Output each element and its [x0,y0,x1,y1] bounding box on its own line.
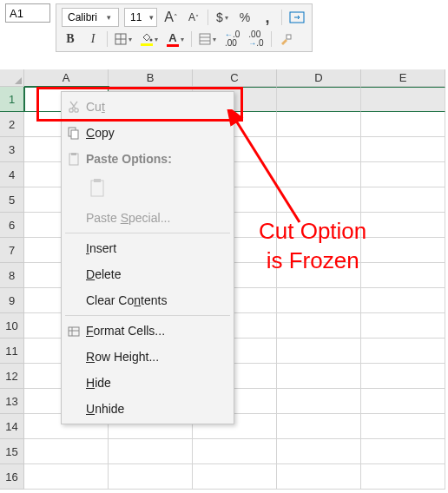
cell[interactable] [277,213,361,238]
menu-format-cells[interactable]: Format Cells... [62,318,234,344]
cell[interactable] [277,162,361,187]
cell[interactable] [361,389,445,414]
cell[interactable] [277,389,361,414]
row-header[interactable]: 9 [0,288,24,313]
row-header[interactable]: 10 [0,313,24,339]
svg-rect-19 [69,327,79,336]
row-header[interactable]: 7 [0,238,24,263]
menu-cut: Cut [62,94,234,120]
cell[interactable] [277,313,361,339]
cell[interactable] [361,339,445,364]
menu-unhide[interactable]: Unhide [62,396,234,422]
row-header[interactable]: 1 [0,87,24,112]
cell[interactable] [277,238,361,263]
svg-point-9 [69,108,73,112]
cell[interactable] [277,439,361,464]
cell[interactable] [361,238,445,263]
cell[interactable] [24,464,109,490]
col-header[interactable]: B [109,69,193,87]
row-header[interactable]: 4 [0,162,24,187]
menu-row-height[interactable]: Row Height... [62,344,234,370]
cell[interactable] [361,288,445,313]
cell[interactable] [277,187,361,213]
cell[interactable] [361,313,445,339]
svg-rect-18 [94,179,101,182]
cell[interactable] [361,137,445,162]
cell[interactable] [361,87,445,112]
cell[interactable] [277,464,361,490]
scissors-icon [62,100,86,114]
row-header[interactable]: 12 [0,364,24,389]
increase-font-button[interactable]: A˄ [162,9,180,26]
format-table-button[interactable]: ▾ [197,30,218,48]
cell[interactable] [277,263,361,288]
increase-decimal-button[interactable]: ←.0.00 [223,30,241,48]
select-all-corner[interactable] [0,69,24,87]
copy-icon [62,126,86,140]
cell[interactable] [193,464,277,490]
cell[interactable] [193,439,277,464]
comma-button[interactable]: , [259,9,276,26]
merge-icon[interactable] [287,9,306,26]
menu-insert[interactable]: Insert [62,235,234,261]
row-header[interactable]: 15 [0,439,24,464]
row-header[interactable]: 11 [0,339,24,364]
cell[interactable] [361,464,445,490]
row-header[interactable]: 3 [0,137,24,162]
font-color-button[interactable]: A ▾ [165,30,186,48]
menu-paste-special: Paste Special... [62,205,234,231]
row-header[interactable]: 6 [0,213,24,238]
menu-copy[interactable]: Copy [62,120,234,146]
cell[interactable] [277,414,361,439]
col-header[interactable]: A [24,69,109,87]
row-header[interactable]: 2 [0,112,24,137]
menu-delete[interactable]: Delete [62,261,234,287]
cell[interactable] [361,187,445,213]
cell[interactable] [361,364,445,389]
cell[interactable] [277,87,361,112]
cell[interactable] [277,339,361,364]
svg-point-10 [75,108,78,112]
menu-clear-contents[interactable]: Clear Contents [62,287,234,313]
fill-color-button[interactable]: ▾ [139,30,160,48]
cell[interactable] [361,112,445,137]
decrease-font-button[interactable]: A˅ [185,9,202,26]
cell[interactable] [109,439,193,464]
format-painter-button[interactable] [277,30,294,48]
svg-point-4 [150,39,153,42]
cell[interactable] [361,162,445,187]
clipboard-icon [62,152,86,166]
bold-button[interactable]: B [62,30,79,48]
decrease-decimal-button[interactable]: .00→.0 [247,30,265,48]
percent-button[interactable]: % [236,9,254,26]
cell[interactable] [277,288,361,313]
cell[interactable] [361,263,445,288]
col-header[interactable]: E [361,69,445,87]
col-header[interactable]: C [193,69,277,87]
menu-hide[interactable]: Hide [62,370,234,396]
cell[interactable] [109,464,193,490]
borders-button[interactable]: ▾ [113,30,134,48]
row-header[interactable]: 8 [0,263,24,288]
row-header[interactable]: 13 [0,389,24,414]
row-header[interactable]: 5 [0,187,24,213]
row-header[interactable]: 16 [0,464,24,490]
mini-toolbar: Calibri▾ 11▾ A˄ A˅ $▾ % , B I ▾ [56,3,313,52]
cell[interactable] [361,439,445,464]
svg-rect-17 [91,181,103,196]
cell[interactable] [277,364,361,389]
font-size-select[interactable]: 11▾ [124,8,157,27]
menu-paste-options-heading: Paste Options: [62,146,234,172]
font-name-select[interactable]: Calibri▾ [62,8,119,27]
cell[interactable] [361,213,445,238]
cell[interactable] [24,439,109,464]
italic-button[interactable]: I [84,30,102,48]
svg-rect-14 [71,130,78,139]
cell[interactable] [361,414,445,439]
currency-button[interactable]: $▾ [214,9,231,26]
col-header[interactable]: D [277,69,361,87]
cell[interactable] [277,112,361,137]
cell[interactable] [277,137,361,162]
name-box[interactable]: A1 [5,3,50,23]
row-header[interactable]: 14 [0,414,24,439]
